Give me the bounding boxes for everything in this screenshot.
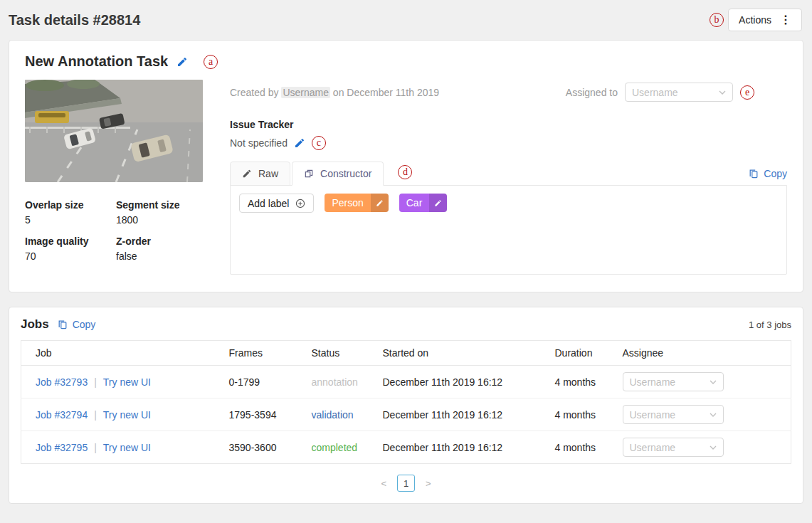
separator: | [94,376,97,388]
copy-labels-button[interactable]: Copy [749,168,787,179]
column-header-frames: Frames [223,341,306,366]
jobs-count: 1 of 3 jobs [749,319,791,330]
cell-status: annotation [306,366,377,398]
assigned-to-label: Assigned to [566,87,618,98]
copy-icon [749,169,759,179]
cell-job: Job #32795|Try new UI [21,431,223,464]
pagination-next[interactable]: > [426,478,431,489]
label-tag-car[interactable]: Car [399,194,448,212]
job-assignee-select[interactable]: Username [623,372,724,391]
parameter-value: false [116,250,203,262]
task-assignee-select[interactable]: Username [625,83,733,102]
jobs-table-header-row: Job Frames Status Started on Duration As… [21,341,791,366]
issue-tracker-label: Issue Tracker [230,119,787,130]
column-header-started-on: Started on [377,341,549,366]
task-assignee-value: Username [632,87,678,98]
parameter-value: 5 [25,214,112,226]
job-assignee-select[interactable]: Username [623,438,724,457]
tab-raw[interactable]: Raw [230,162,290,186]
parameter-label: Segment size [116,199,203,211]
edit-label-icon[interactable] [371,194,389,212]
task-card: New Annotation Task a [9,40,803,292]
status-badge: annotation [312,376,358,388]
tab-constructor[interactable]: Constructor [292,162,384,186]
plus-circle-icon [295,199,305,208]
created-suffix: on December 11th 2019 [333,87,439,98]
task-body: Overlap size 5 Segment size 1800 Image q… [25,80,787,275]
try-new-ui-link[interactable]: Try new UI [103,442,151,453]
task-parameters: Overlap size 5 Segment size 1800 Image q… [25,199,203,262]
job-link[interactable]: Job #32795 [36,442,88,453]
assigned-to-group: Assigned to Username e [566,83,754,102]
block-icon [304,169,314,179]
job-row: Job #32794|Try new UI 1795-3594 validati… [21,398,791,431]
parameter-value: 70 [25,250,112,262]
status-badge: validation [312,409,354,421]
jobs-pagination: < 1 > [21,475,791,492]
try-new-ui-link[interactable]: Try new UI [103,409,151,421]
label-name: Car [399,194,430,212]
try-new-ui-link[interactable]: Try new UI [103,376,151,388]
parameter-overlap-size: Overlap size 5 [25,199,112,226]
cell-status: validation [306,398,377,431]
parameter-value: 1800 [116,214,203,226]
job-assignee-value: Username [630,376,676,388]
add-label-button[interactable]: Add label [239,194,314,213]
cell-started-on: December 11th 2019 16:12 [377,366,549,398]
cell-frames: 3590-3600 [223,431,306,464]
topbar: Task details #28814 b Actions ⋮ [0,0,812,40]
tab-raw-label: Raw [258,168,278,179]
job-assignee-value: Username [630,442,676,453]
label-name: Person [325,194,370,212]
cell-duration: 4 months [549,398,617,431]
cell-duration: 4 months [549,431,617,464]
job-assignee-value: Username [630,409,676,421]
pencil-icon [242,169,252,179]
pagination-prev[interactable]: < [381,478,386,489]
issue-tracker-value: Not specified [230,137,288,149]
chevron-down-icon [710,411,717,418]
tab-constructor-label: Constructor [320,168,371,179]
task-left-column: Overlap size 5 Segment size 1800 Image q… [25,80,203,275]
actions-button[interactable]: Actions ⋮ [728,9,802,31]
label-tag-person[interactable]: Person [325,194,388,212]
job-link[interactable]: Job #32794 [36,409,88,421]
created-user: Username [281,87,330,98]
cell-frames: 1795-3594 [223,398,306,431]
parameter-image-quality: Image quality 70 [25,236,112,262]
chevron-down-icon [710,379,717,386]
column-header-job: Job [21,341,223,366]
task-title-row: New Annotation Task a [25,53,787,70]
copy-icon [58,319,68,329]
created-line: Created by Username on December 11th 201… [230,87,439,98]
jobs-card: Jobs Copy 1 of 3 jobs Job Frames Status … [9,307,803,504]
labels-tabs: Raw Constructor d Copy [230,162,787,185]
parameter-label: Z-order [116,236,203,247]
separator: | [94,442,97,453]
cell-assignee: Username [617,431,791,464]
callout-a: a [204,55,218,69]
job-link[interactable]: Job #32793 [36,376,88,388]
jobs-title: Jobs [21,317,49,332]
column-header-assignee: Assignee [617,341,791,366]
parameter-label: Overlap size [25,199,112,211]
callout-c: c [312,136,326,150]
chevron-down-icon [710,444,717,451]
edit-task-name-icon[interactable] [176,56,188,68]
edit-issue-tracker-icon[interactable] [294,137,305,149]
cell-started-on: December 11th 2019 16:12 [377,431,549,464]
task-name: New Annotation Task [25,53,168,70]
parameter-segment-size: Segment size 1800 [116,199,203,226]
copy-labels-label: Copy [764,168,787,179]
job-assignee-select[interactable]: Username [623,405,724,424]
pagination-page-1[interactable]: 1 [397,475,415,492]
cell-job: Job #32794|Try new UI [21,398,223,431]
add-label-text: Add label [248,198,289,209]
street-scene-image [25,80,203,182]
cell-frames: 0-1799 [223,366,306,398]
copy-jobs-button[interactable]: Copy [58,319,96,330]
page-title: Task details #28814 [9,12,140,28]
edit-label-icon[interactable] [429,194,447,212]
actions-label: Actions [739,14,771,26]
labels-constructor-panel: Add label Person Car [230,185,787,275]
